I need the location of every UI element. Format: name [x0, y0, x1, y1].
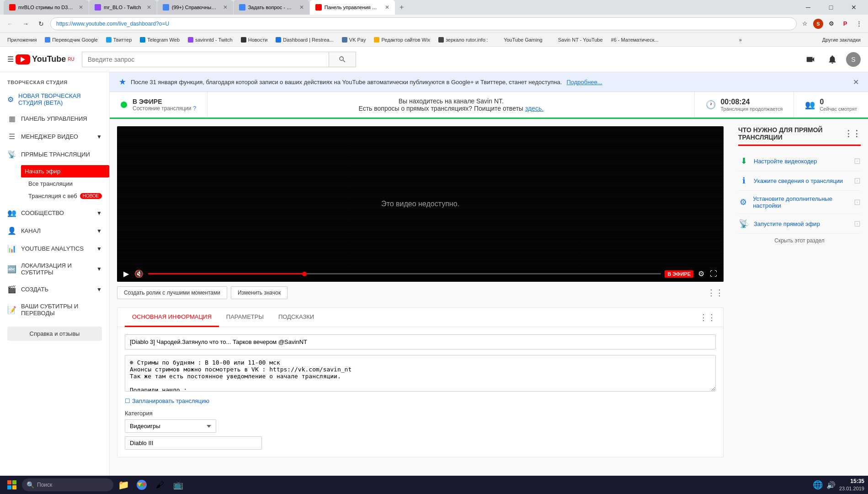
- bookmark-telegram[interactable]: Telegram Web: [136, 36, 183, 44]
- create-highlight-button[interactable]: Создать ролик с лучшими моментами: [117, 286, 227, 299]
- status-help-icon[interactable]: ?: [193, 105, 196, 112]
- fullscreen-button[interactable]: ⛶: [709, 270, 718, 278]
- sidebar-webcam-stream[interactable]: Трансляция с веб НОВОЕ: [21, 190, 109, 202]
- new-tab-button[interactable]: +: [395, 0, 408, 15]
- bookmark-twitter[interactable]: Твиттер: [102, 36, 135, 44]
- taskbar-paint[interactable]: 🖌: [152, 477, 168, 493]
- checklist-stream-info-link[interactable]: ℹ Укажите сведения о трансляции: [738, 176, 843, 186]
- bookmark-dashboard[interactable]: Dashboard | Restrea...: [272, 36, 337, 44]
- banner-link[interactable]: Подробнее...: [566, 79, 602, 86]
- taskbar-app1[interactable]: 📺: [170, 477, 186, 493]
- category-select[interactable]: Видеоигры: [125, 419, 216, 433]
- checklist-encoder-link[interactable]: ⬇ Настройте видеокодер: [738, 156, 817, 166]
- bookmark-news[interactable]: Новости: [237, 36, 272, 44]
- hamburger-menu-icon[interactable]: ☰: [7, 55, 14, 64]
- browser-tab-4[interactable]: Задать вопрос - Справка - You... ✕: [234, 0, 309, 15]
- checklist-encoder-expand[interactable]: ⊡: [854, 156, 861, 166]
- browser-tab-3[interactable]: (99+) Справочный форум You... ✕: [157, 0, 233, 15]
- tab-close-5[interactable]: ✕: [382, 4, 389, 11]
- checklist-go-live-expand[interactable]: ⊡: [854, 219, 861, 229]
- taskbar-chrome[interactable]: [133, 477, 150, 493]
- bookmark-wix[interactable]: Редактор сайтов Wix: [370, 36, 433, 44]
- upload-icon[interactable]: [802, 51, 819, 68]
- checklist-settings-link[interactable]: ⚙ Установите дополнительные настройки: [738, 195, 854, 209]
- browser-tab-2[interactable]: mr_BLO - Twitch ✕: [89, 0, 157, 15]
- minimize-button[interactable]: ─: [798, 0, 819, 15]
- tab-close-3[interactable]: ✕: [220, 4, 228, 11]
- bookmark-twitch[interactable]: savinntd - Twitch: [184, 36, 236, 44]
- url-input[interactable]: https://www.youtube.com/live_dashboard?o…: [50, 17, 797, 30]
- taskbar-file-explorer[interactable]: 📁: [115, 477, 132, 493]
- channel-help-link[interactable]: здесь.: [525, 105, 543, 112]
- sidebar-channel[interactable]: 👤 КАНАЛ ▼: [0, 222, 109, 240]
- maximize-button[interactable]: □: [820, 0, 841, 15]
- sidebar-start-stream[interactable]: Начать эфир: [21, 165, 109, 177]
- close-button[interactable]: ✕: [843, 0, 864, 15]
- tab-basic-info[interactable]: ОСНОВНАЯ ИНФОРМАЦИЯ: [125, 308, 219, 327]
- stream-description-input[interactable]: ⊕ Стримы по будням : В 10-00 или 11-00 м…: [125, 355, 716, 392]
- bookmark-ytgaming[interactable]: YouTube Gaming: [493, 36, 546, 44]
- taskbar-search[interactable]: 🔍 Поиск: [22, 478, 113, 491]
- back-button[interactable]: ←: [4, 17, 16, 30]
- bookmark-icon[interactable]: ☆: [799, 18, 810, 29]
- actions-more-menu[interactable]: ⋮⋮: [707, 288, 724, 298]
- notifications-icon[interactable]: [824, 51, 841, 68]
- video-progress-bar[interactable]: [148, 273, 661, 274]
- menu-icon[interactable]: ⋮: [853, 18, 864, 29]
- video-settings-button[interactable]: ⚙: [697, 269, 705, 278]
- start-button[interactable]: [4, 477, 20, 493]
- search-input[interactable]: [82, 52, 329, 67]
- sidebar-video-manager[interactable]: ☰ МЕНЕДЖЕР ВИДЕО ▼: [0, 128, 109, 145]
- tab-close-1[interactable]: ✕: [76, 4, 83, 11]
- browser-tab-5[interactable]: Панель управления трансляц... ✕: [310, 0, 395, 15]
- search-button[interactable]: [329, 52, 356, 67]
- sidebar-new-studio[interactable]: ⚙ НОВАЯ ТВОРЧЕСКАЯ СТУДИЯ (BETA): [0, 89, 109, 110]
- sidebar-all-streams[interactable]: Все трансляции: [21, 177, 109, 190]
- other-bookmarks-folder[interactable]: Другие закладки: [819, 36, 864, 44]
- stream-title-input[interactable]: [125, 334, 716, 349]
- sidebar-create[interactable]: 🎬 СОЗДАТЬ ▼: [0, 280, 109, 298]
- tab-parameters[interactable]: ПАРАМЕТРЫ: [219, 308, 271, 327]
- sidebar-subtitles[interactable]: 📝 ВАШИ СУБТИТРЫ И ПЕРЕВОДЫ: [0, 298, 109, 321]
- bookmark-apps[interactable]: Приложения: [4, 36, 40, 44]
- sidebar-localization[interactable]: 🔤 ЛОКАЛИЗАЦИЯ И СУБТИТРЫ ▼: [0, 258, 109, 280]
- network-icon[interactable]: 🌐: [813, 480, 823, 490]
- checklist-stream-info-expand[interactable]: ⊡: [854, 176, 861, 186]
- youtube-logo[interactable]: ☰ YouTubeRU: [7, 54, 75, 64]
- sidebar-dashboard[interactable]: ▦ ПАНЕЛЬ УПРАВЛЕНИЯ: [0, 110, 109, 128]
- change-icon-button[interactable]: Изменить значок: [231, 286, 288, 299]
- checklist-settings-expand[interactable]: ⊡: [854, 197, 861, 207]
- game-input[interactable]: [125, 436, 262, 450]
- user-avatar[interactable]: S: [846, 52, 861, 67]
- bookmark-translate[interactable]: Переводчик Google: [41, 36, 101, 44]
- play-button[interactable]: ▶: [122, 269, 130, 278]
- sidebar-community[interactable]: 👥 СООБЩЕСТВО ▼: [0, 204, 109, 222]
- sidebar-analytics[interactable]: 📊 YOUTUBE ANALYTICS ▼: [0, 240, 109, 258]
- tab-close-4[interactable]: ✕: [297, 4, 304, 11]
- mute-button[interactable]: 🔇: [133, 269, 144, 278]
- extensions-icon[interactable]: ⚙: [826, 18, 837, 29]
- sidebar-live-streams[interactable]: 📡 ПРЯМЫЕ ТРАНСЛЯЦИИ: [0, 145, 109, 163]
- bookmark-math[interactable]: #6 - Математическ...: [607, 36, 662, 44]
- banner-close-button[interactable]: ✕: [853, 78, 859, 86]
- right-panel-more-menu[interactable]: ⋮⋮: [844, 129, 861, 139]
- bookmark-more[interactable]: »: [735, 36, 746, 44]
- pinterest-icon[interactable]: P: [840, 18, 851, 29]
- hide-section-button[interactable]: Скрыть этот раздел: [738, 234, 861, 247]
- tabs-more-menu[interactable]: ⋮⋮: [699, 308, 716, 327]
- checklist-go-live-link[interactable]: 📡 Запустите прямой эфир: [738, 219, 820, 229]
- video-manager-icon: ☰: [7, 132, 16, 141]
- help-button[interactable]: Справка и отзывы: [7, 327, 102, 341]
- refresh-button[interactable]: ↻: [35, 17, 48, 30]
- volume-icon[interactable]: 🔊: [826, 481, 836, 489]
- bookmark-savintyt[interactable]: Savin NT - YouTube: [547, 36, 607, 44]
- bookmark-rutor[interactable]: зеркало rutor.info :: [435, 36, 492, 44]
- profile-icon[interactable]: S: [813, 19, 823, 29]
- tab-close-2[interactable]: ✕: [144, 4, 151, 11]
- bookmark-vkpay[interactable]: VK Pay: [338, 36, 370, 44]
- forward-button[interactable]: →: [19, 17, 32, 30]
- browser-tab-1[interactable]: mrBLO стримы по D3 - YouTube ✕: [4, 0, 89, 15]
- schedule-link[interactable]: ☐ Запланировать трансляцию: [125, 397, 716, 404]
- broadcast-icon: 📡: [738, 219, 749, 229]
- tab-hints[interactable]: ПОДСКАЗКИ: [271, 308, 321, 327]
